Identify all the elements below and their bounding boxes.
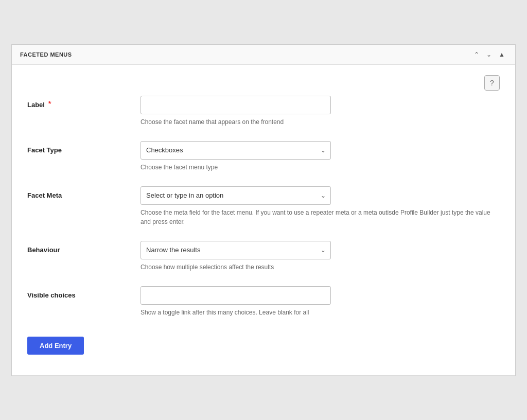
label-hint: Choose the facet name that appears on th… — [140, 117, 490, 127]
facet-meta-label-col: Facet Meta — [27, 186, 140, 200]
facet-meta-select-wrapper: Select or type in an option ⌄ — [140, 186, 331, 205]
facet-meta-field-col: Select or type in an option ⌄ Choose the… — [140, 186, 500, 226]
panel-up-button[interactable]: ⌃ — [472, 50, 481, 59]
facet-meta-hint: Choose the meta field for the facet menu… — [140, 208, 490, 226]
facet-type-form-row: Facet Type Checkboxes Radio Dropdown Ran… — [27, 141, 500, 172]
help-icon-button[interactable]: ? — [484, 75, 500, 91]
facet-type-field-col: Checkboxes Radio Dropdown Range Slider ⌄… — [140, 141, 500, 172]
panel-collapse-button[interactable]: ▲ — [497, 50, 507, 59]
facet-meta-form-row: Facet Meta Select or type in an option ⌄… — [27, 186, 500, 226]
label-required-asterisk: * — [48, 100, 51, 109]
behaviour-label-col: Behaviour — [27, 241, 140, 254]
label-form-row: Label * Choose the facet name that appea… — [27, 96, 500, 127]
panel-controls: ⌃ ⌄ ▲ — [472, 50, 507, 59]
facet-type-label-col: Facet Type — [27, 141, 140, 154]
facet-meta-select[interactable]: Select or type in an option — [140, 186, 331, 205]
help-icon-row: ? — [27, 75, 500, 91]
add-entry-button[interactable]: Add Entry — [27, 337, 84, 355]
visible-choices-input[interactable] — [140, 286, 331, 305]
visible-choices-field-label: Visible choices — [27, 291, 76, 299]
faceted-menus-panel: FACETED MENUS ⌃ ⌄ ▲ ? Label * Choose the… — [11, 44, 516, 376]
question-mark-icon: ? — [490, 79, 494, 87]
behaviour-field-label: Behaviour — [27, 246, 60, 254]
facet-meta-field-label: Facet Meta — [27, 191, 62, 199]
behaviour-hint: Choose how multiple selections affect th… — [140, 262, 490, 272]
panel-body: ? Label * Choose the facet name that app… — [12, 65, 515, 370]
panel-down-button[interactable]: ⌄ — [484, 50, 494, 59]
visible-choices-hint: Show a toggle link after this many choic… — [140, 308, 490, 317]
facet-type-hint: Choose the facet menu type — [140, 163, 490, 172]
behaviour-form-row: Behaviour Narrow the results Widen the r… — [27, 241, 500, 272]
facet-type-field-label: Facet Type — [27, 146, 62, 154]
behaviour-select-wrapper: Narrow the results Widen the results ⌄ — [140, 241, 331, 259]
behaviour-field-col: Narrow the results Widen the results ⌄ C… — [140, 241, 500, 272]
facet-type-select-wrapper: Checkboxes Radio Dropdown Range Slider ⌄ — [140, 141, 331, 160]
visible-choices-field-col: Show a toggle link after this many choic… — [140, 286, 500, 317]
label-field-col: Choose the facet name that appears on th… — [140, 96, 500, 127]
panel-footer — [12, 375, 515, 376]
label-label-col: Label * — [27, 96, 140, 109]
visible-choices-form-row: Visible choices Show a toggle link after… — [27, 286, 500, 317]
behaviour-select[interactable]: Narrow the results Widen the results — [140, 241, 331, 259]
label-field-label: Label — [27, 101, 45, 109]
facet-type-select[interactable]: Checkboxes Radio Dropdown Range Slider — [140, 141, 331, 160]
label-input[interactable] — [140, 96, 331, 114]
panel-header: FACETED MENUS ⌃ ⌄ ▲ — [12, 45, 515, 65]
visible-choices-label-col: Visible choices — [27, 286, 140, 300]
panel-title: FACETED MENUS — [20, 51, 72, 58]
